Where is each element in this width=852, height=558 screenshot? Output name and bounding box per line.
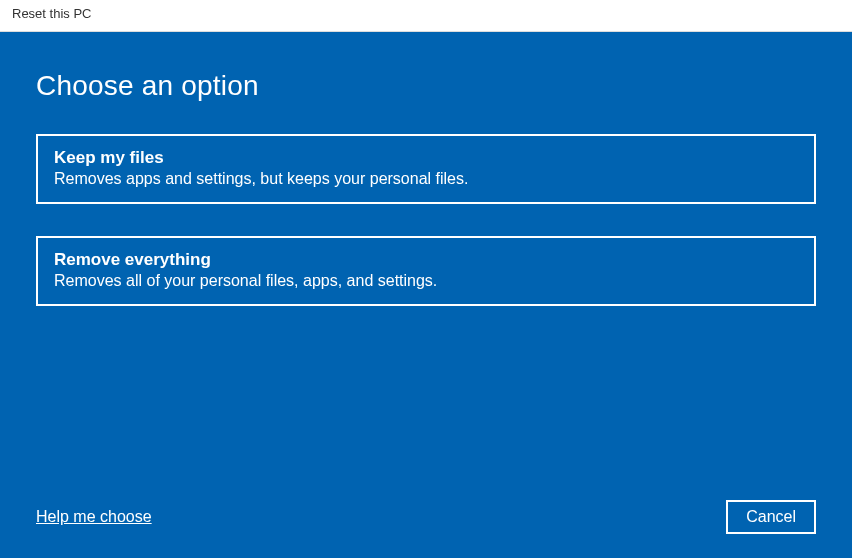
- cancel-button[interactable]: Cancel: [726, 500, 816, 534]
- option-keep-my-files[interactable]: Keep my files Removes apps and settings,…: [36, 134, 816, 204]
- window-title: Reset this PC: [12, 6, 91, 21]
- modal-body: Choose an option Keep my files Removes a…: [0, 32, 852, 558]
- option-title: Remove everything: [54, 250, 798, 270]
- title-bar: Reset this PC: [0, 0, 852, 32]
- option-description: Removes all of your personal files, apps…: [54, 272, 798, 290]
- option-remove-everything[interactable]: Remove everything Removes all of your pe…: [36, 236, 816, 306]
- footer: Help me choose Cancel: [36, 500, 816, 534]
- page-heading: Choose an option: [36, 70, 816, 102]
- option-title: Keep my files: [54, 148, 798, 168]
- option-description: Removes apps and settings, but keeps you…: [54, 170, 798, 188]
- help-me-choose-link[interactable]: Help me choose: [36, 508, 152, 526]
